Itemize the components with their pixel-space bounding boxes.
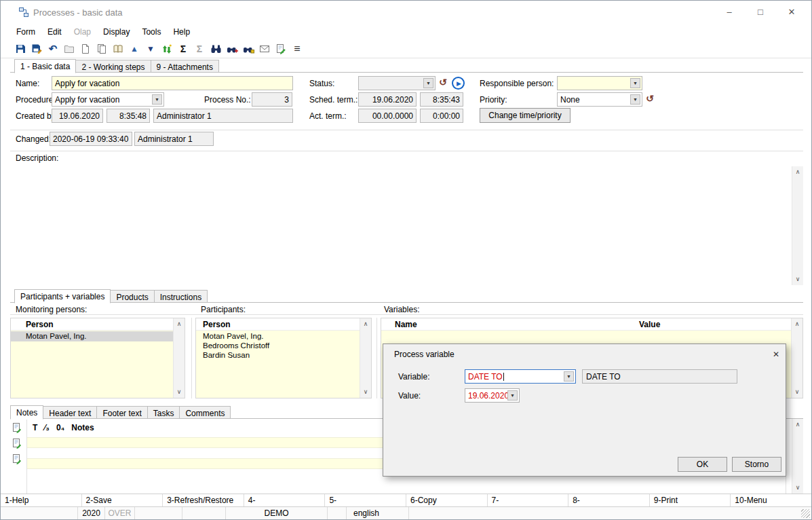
scroll-down-icon[interactable]: ∨ — [792, 274, 803, 284]
find-field-icon[interactable] — [241, 41, 256, 56]
book-icon[interactable] — [111, 41, 125, 56]
notes-col-notes[interactable]: Notes — [71, 423, 94, 434]
fkey-copy[interactable]: 6-Copy — [406, 494, 488, 506]
fkey-8[interactable]: 8- — [568, 494, 650, 506]
mail-icon[interactable] — [257, 41, 272, 56]
participants-scrollbar[interactable]: ∧ ∨ — [360, 318, 371, 398]
scroll-down-icon[interactable]: ∨ — [792, 483, 803, 493]
notes-col-t[interactable]: T — [33, 423, 37, 434]
ok-button[interactable]: OK — [678, 457, 727, 472]
notes-scrollbar[interactable]: ∧ ∨ — [792, 419, 803, 494]
save-icon[interactable] — [13, 41, 28, 56]
fkey-print[interactable]: 9-Print — [650, 494, 731, 506]
minimize-button[interactable]: – — [717, 5, 741, 20]
scroll-down-icon[interactable]: ∨ — [174, 387, 185, 397]
fkey-4[interactable]: 4- — [244, 494, 326, 506]
tab-comments[interactable]: Comments — [180, 406, 231, 419]
variable-combo[interactable]: DATE TO ▼ — [465, 369, 576, 384]
chevron-down-icon[interactable]: ▼ — [507, 390, 518, 401]
fkey-help[interactable]: 1-Help — [1, 494, 82, 506]
scroll-up-icon[interactable]: ∧ — [792, 420, 803, 430]
move-up-icon[interactable]: ▲ — [127, 41, 142, 56]
value-combo[interactable]: 19.06.2020 ▼ — [465, 388, 520, 403]
column-header-name[interactable]: Name — [395, 320, 417, 329]
tab-header-text[interactable]: Header text — [43, 406, 97, 419]
scroll-up-icon[interactable]: ∧ — [792, 319, 803, 329]
resize-grip[interactable] — [801, 509, 810, 518]
fkey-save[interactable]: 2-Save — [82, 494, 163, 506]
monitoring-scrollbar[interactable]: ∧ ∨ — [173, 318, 185, 398]
tab-participants-variables[interactable]: Participants + variables — [14, 289, 111, 303]
column-header-person[interactable]: Person — [196, 318, 371, 331]
tab-attachments[interactable]: 9 - Attachments — [151, 60, 219, 73]
notes-col-frac[interactable]: ⁄₃ — [44, 423, 50, 434]
scroll-down-icon[interactable]: ∨ — [792, 387, 803, 397]
scroll-down-icon[interactable]: ∨ — [360, 387, 371, 397]
tab-working-steps[interactable]: 2 - Working steps — [76, 60, 151, 73]
menu-tools[interactable]: Tools — [136, 27, 167, 37]
fkey-refresh[interactable]: 3-Refresh/Restore — [163, 494, 244, 506]
menu-form[interactable]: Form — [10, 27, 41, 37]
sum-icon[interactable]: Σ — [176, 41, 191, 56]
dialog-close-icon[interactable]: ✕ — [770, 348, 782, 360]
tab-products[interactable]: Products — [111, 290, 154, 303]
chevron-down-icon[interactable]: ▼ — [152, 94, 162, 105]
variables-scrollbar[interactable]: ∧ ∨ — [791, 318, 803, 398]
procedure-combo[interactable]: Apply for vacation ▼ — [52, 92, 164, 107]
column-header-person[interactable]: Person — [11, 318, 185, 331]
status-combo[interactable]: ▼ — [358, 76, 436, 90]
priority-combo[interactable]: None ▼ — [557, 92, 642, 107]
menu-display[interactable]: Display — [97, 27, 136, 37]
list-item[interactable]: Bedrooms Christoff — [196, 341, 360, 350]
scroll-up-icon[interactable]: ∧ — [174, 319, 185, 329]
add-note-icon[interactable] — [12, 422, 22, 433]
list-item[interactable]: Motan Pavel, Ing. — [196, 331, 360, 341]
undo-icon[interactable]: ↶ — [45, 41, 60, 56]
sched-time-field[interactable]: 8:35:43 — [420, 92, 463, 107]
notes-col-num[interactable]: 0₄ — [56, 423, 64, 434]
chevron-down-icon[interactable]: ▼ — [423, 78, 433, 88]
find-next-icon[interactable] — [225, 41, 239, 56]
tab-instructions[interactable]: Instructions — [155, 290, 208, 303]
find-icon[interactable] — [208, 41, 223, 56]
chevron-down-icon[interactable]: ▼ — [564, 371, 574, 382]
fkey-5[interactable]: 5- — [325, 494, 406, 506]
column-header-value[interactable]: Value — [639, 320, 660, 329]
close-button[interactable]: ✕ — [779, 5, 804, 20]
chevron-down-icon[interactable]: ▼ — [630, 94, 640, 105]
sched-date-field[interactable]: 19.06.2020 — [358, 92, 417, 107]
copy-icon[interactable] — [94, 41, 109, 56]
chevron-down-icon[interactable]: ▼ — [630, 78, 640, 88]
tab-footer-text[interactable]: Footer text — [97, 406, 147, 419]
maximize-button[interactable]: □ — [748, 5, 773, 20]
menu-help[interactable]: Help — [167, 27, 196, 37]
reset-priority-icon[interactable]: ↺ — [646, 93, 654, 104]
tab-notes[interactable]: Notes — [10, 405, 43, 420]
copy-note-icon[interactable] — [12, 453, 22, 464]
scroll-up-icon[interactable]: ∧ — [360, 319, 371, 329]
responsible-combo[interactable]: ▼ — [557, 76, 642, 90]
save-as-icon[interactable] — [29, 41, 44, 56]
tab-basic-data[interactable]: 1 - Basic data — [14, 59, 76, 73]
insert-note-icon[interactable] — [12, 438, 22, 449]
reset-status-icon[interactable]: ↺ — [439, 77, 447, 88]
scroll-up-icon[interactable]: ∧ — [792, 167, 803, 177]
start-process-button[interactable]: ▶ — [452, 77, 465, 90]
change-time-priority-button[interactable]: Change time/priority — [480, 108, 571, 123]
name-input[interactable]: Apply for vacation — [52, 76, 293, 90]
new-document-icon[interactable] — [78, 41, 93, 56]
open-folder-icon[interactable] — [62, 41, 77, 56]
description-scrollbar[interactable]: ∧ ∨ — [792, 166, 803, 285]
menu-edit[interactable]: Edit — [41, 27, 68, 37]
list-item[interactable]: Bardin Susan — [196, 350, 360, 360]
fkey-7[interactable]: 7- — [488, 494, 569, 506]
sign-icon[interactable] — [273, 41, 288, 56]
sum-disabled-icon[interactable]: Σ — [192, 41, 207, 56]
update-icon[interactable] — [159, 41, 174, 56]
fkey-menu[interactable]: 10-Menu — [731, 494, 811, 506]
menu-lines-icon[interactable]: ≡ — [290, 41, 305, 56]
move-down-icon[interactable]: ▼ — [143, 41, 158, 56]
storno-button[interactable]: Storno — [732, 457, 781, 472]
list-item[interactable]: Motan Pavel, Ing. — [11, 331, 173, 341]
description-textarea[interactable] — [10, 166, 803, 286]
